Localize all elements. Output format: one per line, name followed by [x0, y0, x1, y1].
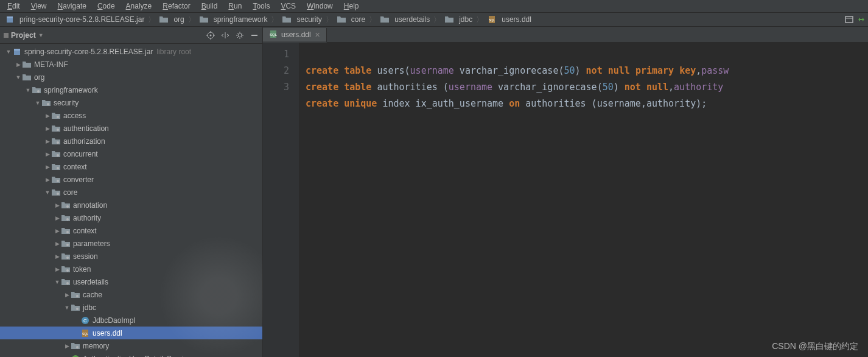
- tree-node-authorization[interactable]: ▶authorization: [0, 135, 262, 147]
- expand-icon[interactable]: ▼: [63, 305, 71, 311]
- expand-icon[interactable]: ▼: [5, 49, 12, 55]
- menu-vcs[interactable]: VCS: [276, 1, 301, 12]
- gear-icon[interactable]: [236, 31, 244, 40]
- tree-node-users-ddl[interactable]: SQLusers.ddl: [0, 327, 262, 339]
- svg-point-20: [57, 116, 59, 118]
- expand-icon[interactable]: ▶: [54, 228, 61, 234]
- tree-node-authority[interactable]: ▶authority: [0, 211, 262, 224]
- code-editor[interactable]: 123 create table users(username varchar_…: [263, 43, 868, 357]
- folder-icon: [159, 15, 169, 24]
- class-icon: C: [80, 316, 90, 325]
- expand-icon[interactable]: ▶: [44, 113, 51, 119]
- menu-edit[interactable]: Edit: [2, 1, 25, 12]
- breadcrumb-item[interactable]: pring-security-core-5.2.8.RELEASE.jar: [2, 14, 147, 25]
- menu-navigate[interactable]: Navigate: [53, 1, 91, 12]
- expand-icon[interactable]: ▼: [44, 189, 51, 196]
- tree-node-authenticationuserdetailsservice[interactable]: IAuthenticationUserDetailsService: [0, 352, 262, 357]
- tree-node-authentication[interactable]: ▶authentication: [0, 122, 262, 135]
- menu-window[interactable]: Window: [302, 1, 338, 12]
- editor-area: SQL users.ddl ✕ 123 create table users(u…: [263, 27, 868, 357]
- menu-run[interactable]: Run: [223, 1, 247, 12]
- project-tree[interactable]: ▼spring-security-core-5.2.8.RELEASE.jarl…: [0, 44, 262, 357]
- navigation-bar: pring-security-core-5.2.8.RELEASE.jar〉or…: [0, 12, 868, 27]
- breadcrumb-item[interactable]: core: [334, 14, 368, 25]
- tree-node-annotation[interactable]: ▶annotation: [0, 199, 262, 211]
- tree-node-token[interactable]: ▶token: [0, 263, 262, 275]
- folder-icon: [22, 60, 32, 69]
- breadcrumb-item[interactable]: springframework: [197, 14, 270, 25]
- breadcrumb-item[interactable]: jdbc: [442, 14, 475, 25]
- breadcrumb-item[interactable]: SQLusers.ddl: [485, 14, 534, 25]
- svg-text:C: C: [83, 318, 87, 323]
- tree-node-meta-inf[interactable]: ▶META-INF: [0, 58, 262, 71]
- expand-icon[interactable]: ▶: [63, 343, 71, 349]
- tree-node-jdbc[interactable]: ▼jdbc: [0, 301, 262, 314]
- search-icon[interactable]: [857, 15, 866, 24]
- menu-view[interactable]: View: [26, 1, 52, 12]
- expand-icon[interactable]: ▶: [54, 241, 61, 247]
- tree-node-security[interactable]: ▼security: [0, 96, 262, 109]
- tree-node-org[interactable]: ▼org: [0, 71, 262, 83]
- menu-tools[interactable]: Tools: [248, 1, 275, 12]
- tree-node-spring-security-core-5-2-8-release-jar[interactable]: ▼spring-security-core-5.2.8.RELEASE.jarl…: [0, 45, 262, 58]
- tree-node-session[interactable]: ▶session: [0, 250, 262, 263]
- pkg-icon: [61, 227, 71, 235]
- menu-code[interactable]: Code: [93, 1, 120, 12]
- breadcrumb-item[interactable]: org: [156, 14, 186, 25]
- folder-icon: [22, 73, 32, 82]
- tab-icon: [4, 33, 9, 38]
- tree-node-context[interactable]: ▶context: [0, 160, 262, 173]
- menu-refactor[interactable]: Refactor: [158, 1, 195, 12]
- expand-icon[interactable]: ▼: [54, 279, 61, 285]
- pkg-icon: [32, 86, 41, 94]
- expand-icon[interactable]: ▶: [54, 253, 61, 260]
- expand-icon[interactable]: ▶: [63, 292, 71, 298]
- tree-node-access[interactable]: ▶access: [0, 109, 262, 122]
- expand-icon[interactable]: ▶: [44, 125, 51, 132]
- menu-help[interactable]: Help: [339, 1, 364, 12]
- file-icon: SQL: [269, 30, 278, 40]
- breadcrumb-item[interactable]: security: [279, 14, 324, 25]
- svg-text:SQL: SQL: [82, 332, 88, 336]
- tree-node-memory[interactable]: ▶memory: [0, 339, 262, 352]
- expand-icon[interactable]: ▶: [44, 164, 51, 170]
- expand-icon[interactable]: ▶: [54, 202, 61, 208]
- sidebar-title[interactable]: Project ▼: [4, 31, 203, 40]
- editor-tab[interactable]: SQL users.ddl ✕: [263, 28, 327, 43]
- tree-node-springframework[interactable]: ▼springframework: [0, 83, 262, 96]
- ddl-icon: SQL: [487, 15, 497, 24]
- chevron-right-icon: 〉: [433, 15, 441, 25]
- expand-icon[interactable]: ▶: [44, 177, 51, 183]
- expand-icon[interactable]: ▶: [44, 138, 51, 144]
- pkg-icon: [51, 175, 61, 184]
- gutter: 123: [263, 43, 299, 357]
- expand-icon[interactable]: ▼: [24, 87, 32, 93]
- code-content[interactable]: create table users(username varchar_igno…: [299, 43, 868, 357]
- tree-node-concurrent[interactable]: ▶concurrent: [0, 147, 262, 160]
- tree-node-core[interactable]: ▼core: [0, 186, 262, 199]
- tree-node-parameters[interactable]: ▶parameters: [0, 237, 262, 250]
- layout-icon[interactable]: [845, 15, 853, 24]
- tree-node-userdetails[interactable]: ▼userdetails: [0, 275, 262, 288]
- tree-node-converter[interactable]: ▶converter: [0, 173, 262, 186]
- menu-build[interactable]: Build: [197, 1, 223, 12]
- pkg-icon: [51, 188, 61, 197]
- expand-icon[interactable]: ▶: [54, 215, 61, 221]
- tree-node-cache[interactable]: ▶cache: [0, 288, 262, 301]
- chevron-right-icon: 〉: [148, 15, 155, 25]
- breadcrumb-item[interactable]: userdetails: [377, 14, 432, 25]
- tree-node-context[interactable]: ▶context: [0, 224, 262, 237]
- minimize-icon[interactable]: [250, 31, 259, 40]
- expand-icon[interactable]: ▶: [44, 151, 51, 157]
- expand-icon[interactable]: ▶: [54, 266, 61, 272]
- target-icon[interactable]: [206, 31, 215, 40]
- close-icon[interactable]: ✕: [315, 31, 320, 39]
- tree-node-jdbcdaoimpl[interactable]: CJdbcDaoImpl: [0, 314, 262, 327]
- expand-icon[interactable]: ▼: [34, 100, 41, 106]
- menu-analyze[interactable]: Analyze: [121, 1, 157, 12]
- pkg-icon: [61, 278, 71, 286]
- split-icon[interactable]: [221, 31, 229, 40]
- svg-point-18: [37, 90, 40, 93]
- expand-icon[interactable]: ▶: [15, 62, 22, 68]
- expand-icon[interactable]: ▼: [15, 74, 22, 80]
